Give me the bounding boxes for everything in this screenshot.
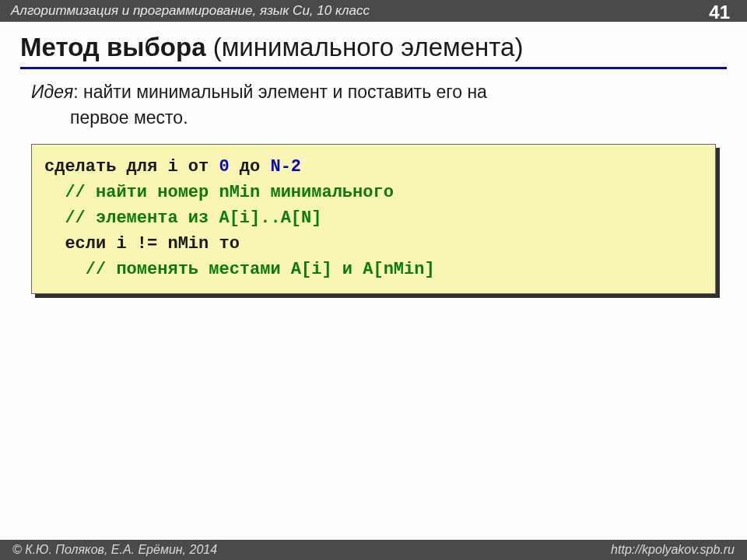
course-label: Алгоритмизация и программирование, язык … <box>11 3 370 18</box>
code-l1d: N-2 <box>270 157 301 177</box>
footer-left: © К.Ю. Поляков, Е.А. Ерёмин, 2014 <box>12 540 217 560</box>
code-l1a: сделать для i от <box>44 157 219 177</box>
page-number: 41 <box>709 2 730 23</box>
code-box: сделать для i от 0 до N-2 // найти номер… <box>31 144 716 294</box>
idea-text: Идея: найти минимальный элемент и постав… <box>31 80 727 130</box>
code-l4: если i != nMin то <box>44 234 240 254</box>
idea-lead: Идея <box>31 82 73 102</box>
title-block: Метод выбора (минимального элемента) <box>20 33 727 69</box>
code-l1c: до <box>230 157 271 177</box>
title-bold: Метод выбора <box>20 33 206 61</box>
footer-right: http://kpolyakov.spb.ru <box>611 540 735 560</box>
code-l2: // найти номер nMin минимального <box>44 183 394 202</box>
code-block: сделать для i от 0 до N-2 // найти номер… <box>31 144 716 294</box>
idea-cont: первое место. <box>70 106 727 130</box>
code-l5: // поменять местами A[i] и A[nMin] <box>44 260 435 279</box>
header-bar: Алгоритмизация и программирование, язык … <box>0 0 747 22</box>
idea-rest: : найти минимальный элемент и поставить … <box>73 82 487 102</box>
code-l1b: 0 <box>219 157 229 177</box>
title-paren: (минимального элемента) <box>206 33 524 61</box>
footer-bar: © К.Ю. Поляков, Е.А. Ерёмин, 2014 http:/… <box>0 540 747 560</box>
code-l3: // элемента из A[i]..A[N] <box>44 208 321 228</box>
